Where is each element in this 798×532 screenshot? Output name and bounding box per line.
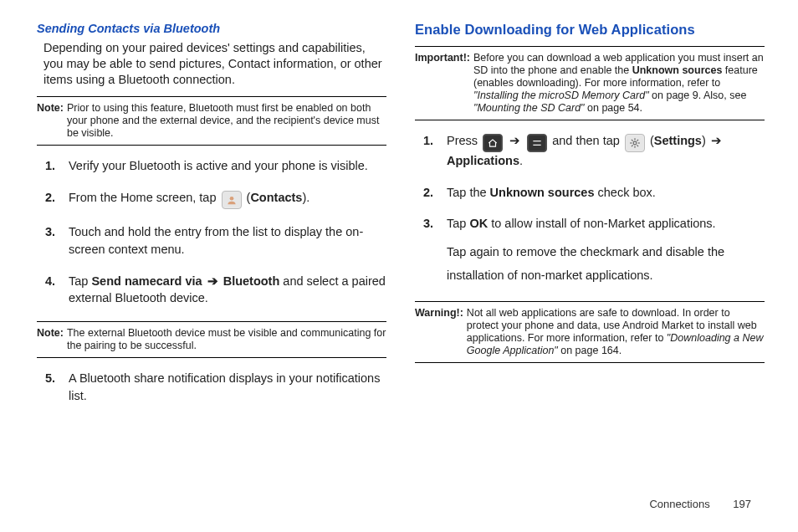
svg-line-10 (632, 145, 633, 146)
step-number: 3. (423, 215, 447, 287)
left-column: Sending Contacts via Bluetooth Depending… (37, 22, 386, 419)
list-item: 1. Press ➔ and then tap (Settings) ➔ (423, 132, 765, 170)
step-text: Touch and hold the entry from the list t… (69, 223, 386, 258)
home-icon (483, 134, 503, 152)
list-item: 3. Touch and hold the entry from the lis… (45, 223, 386, 258)
list-item: 3. Tap OK to allow install of non-Market… (423, 215, 765, 287)
important-label: Important!: (415, 52, 470, 115)
warning-box: Warning!: Not all web applications are s… (415, 301, 765, 363)
step-number: 2. (45, 189, 69, 209)
list-item: 2. From the Home screen, tap (Contacts). (45, 189, 386, 209)
step-text: Tap the Unknown sources check box. (447, 184, 765, 202)
menu-icon (527, 134, 547, 152)
step-number: 4. (45, 273, 69, 307)
ordered-list: 1. Press ➔ and then tap (Settings) ➔ (415, 132, 765, 287)
step-text: From the Home screen, tap (Contacts). (69, 189, 386, 209)
section-heading: Enable Downloading for Web Applications (415, 22, 765, 38)
svg-point-3 (633, 141, 637, 145)
note-box: Note: The external Bluetooth device must… (37, 321, 386, 358)
svg-line-8 (632, 140, 633, 141)
intro-paragraph: Depending on your paired devices' settin… (43, 40, 386, 88)
step-number: 1. (423, 132, 447, 170)
ordered-list: 5. A Bluetooth share notification displa… (37, 370, 386, 404)
step-text: Tap OK to allow install of non-Market ap… (447, 215, 765, 287)
note-label: Note: (37, 102, 64, 140)
important-box: Important!: Before you can download a we… (415, 46, 765, 120)
note-box: Note: Prior to using this feature, Bluet… (37, 96, 386, 146)
svg-rect-2 (533, 145, 540, 146)
gear-icon (625, 134, 645, 152)
step-text: Tap Send namecard via ➔ Bluetooth and se… (69, 273, 386, 307)
svg-line-9 (637, 145, 638, 146)
ordered-list: 1. Verify your Bluetooth is active and y… (37, 157, 386, 307)
page-number: 197 (713, 498, 751, 510)
step-number: 2. (423, 184, 447, 202)
list-item: 1. Verify your Bluetooth is active and y… (45, 157, 386, 175)
note-label: Note: (37, 327, 64, 352)
contacts-icon (222, 191, 242, 209)
warning-label: Warning!: (415, 307, 463, 357)
step-number: 3. (45, 223, 69, 258)
important-text: Before you can download a web applicatio… (470, 52, 765, 115)
step-text: Press ➔ and then tap (Settings) ➔ Applic… (447, 132, 765, 170)
svg-rect-1 (533, 141, 540, 141)
note-text: The external Bluetooth device must be vi… (64, 327, 386, 352)
right-column: Enable Downloading for Web Applications … (415, 22, 765, 419)
step-number: 1. (45, 157, 69, 175)
warning-text: Not all web applications are safe to dow… (463, 307, 765, 357)
note-text: Prior to using this feature, Bluetooth m… (64, 102, 386, 140)
step-number: 5. (45, 370, 69, 404)
sub-heading: Sending Contacts via Bluetooth (37, 22, 386, 35)
step-text: A Bluetooth share notification displays … (69, 370, 386, 404)
step-text: Verify your Bluetooth is active and your… (69, 157, 386, 175)
list-item: 2. Tap the Unknown sources check box. (423, 184, 765, 202)
list-item: 4. Tap Send namecard via ➔ Bluetooth and… (45, 273, 386, 307)
svg-line-11 (637, 140, 638, 141)
svg-point-0 (229, 197, 233, 201)
list-item: 5. A Bluetooth share notification displa… (45, 370, 386, 404)
page-footer: Connections 197 (649, 498, 751, 510)
footer-section: Connections (649, 498, 709, 510)
